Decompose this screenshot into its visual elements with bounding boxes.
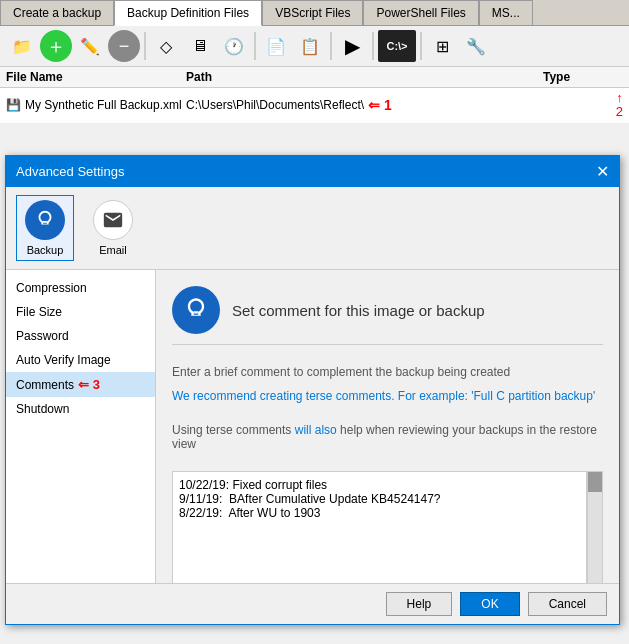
grid-button[interactable]: ⊞ <box>426 30 458 62</box>
modal-sidebar: Compression File Size Password Auto Veri… <box>6 270 156 583</box>
info-text-3: Using terse comments will also help when… <box>172 423 603 451</box>
modal-body: Backup Email Compression File Size Passw… <box>6 187 619 624</box>
modal-content-area: Compression File Size Password Auto Veri… <box>6 270 619 583</box>
type-annotation-arrow: ↑ 2 <box>616 91 623 120</box>
toolbar-separator-4 <box>372 32 374 60</box>
pages-add-button[interactable]: 📄 <box>260 30 292 62</box>
tab-create-backup[interactable]: Create a backup <box>0 0 114 25</box>
comment-textarea[interactable] <box>172 471 587 583</box>
file-name-cell: 💾 My Synthetic Full Backup.xml <box>6 98 186 112</box>
tab-bar: Create a backup Backup Definition Files … <box>0 0 629 26</box>
info-text-1: Enter a brief comment to complement the … <box>172 365 603 379</box>
textarea-wrapper <box>172 471 603 583</box>
comments-annotation-arrow: ⇐ 3 <box>78 377 100 392</box>
tab-backup-definition-files[interactable]: Backup Definition Files <box>114 0 262 26</box>
backup-tab-label: Backup <box>27 244 64 256</box>
sidebar-item-file-size[interactable]: File Size <box>6 300 155 324</box>
file-list-row[interactable]: 💾 My Synthetic Full Backup.xml C:\Users\… <box>0 88 629 124</box>
file-name-text: My Synthetic Full Backup.xml <box>25 98 182 112</box>
toolbar-separator-1 <box>144 32 146 60</box>
add-button[interactable]: ＋ <box>40 30 72 62</box>
toolbar: 📁 ＋ ✏️ − ◇ 🖥 🕐 📄 📋 ▶ C:\> ⊞ 🔧 <box>0 26 629 67</box>
file-type-cell: ↑ 2 <box>543 91 623 120</box>
file-disk-icon: 💾 <box>6 98 21 112</box>
modal-title-bar: Advanced Settings ✕ <box>6 156 619 187</box>
scrollbar[interactable] <box>587 471 603 583</box>
folder-open-button[interactable]: 📁 <box>6 30 38 62</box>
sidebar-item-shutdown[interactable]: Shutdown <box>6 397 155 421</box>
wrench-button[interactable]: 🔧 <box>460 30 492 62</box>
toolbar-separator-5 <box>420 32 422 60</box>
advanced-settings-modal: Advanced Settings ✕ Backup Email <box>5 155 620 625</box>
arrow-right-button[interactable]: ▶ <box>336 30 368 62</box>
col-header-type: Type <box>543 70 623 84</box>
modal-title: Advanced Settings <box>16 164 124 179</box>
modal-right-header-title: Set comment for this image or backup <box>232 302 485 319</box>
path-annotation-arrow: ⇐ 1 <box>368 97 392 113</box>
code-button[interactable]: ◇ <box>150 30 182 62</box>
info-text-2: We recommend creating terse comments. Fo… <box>172 389 603 403</box>
file-list-header: File Name Path Type <box>0 67 629 88</box>
modal-footer: Help OK Cancel <box>6 583 619 624</box>
toolbar-separator-3 <box>330 32 332 60</box>
modal-icon-tabs: Backup Email <box>6 187 619 270</box>
modal-close-button[interactable]: ✕ <box>596 162 609 181</box>
tab-ms[interactable]: MS... <box>479 0 533 25</box>
sidebar-item-password[interactable]: Password <box>6 324 155 348</box>
toolbar-separator-2 <box>254 32 256 60</box>
computer-button[interactable]: 🖥 <box>184 30 216 62</box>
edit-button[interactable]: ✏️ <box>74 30 106 62</box>
cancel-button[interactable]: Cancel <box>528 592 607 616</box>
tab-powershell-files[interactable]: PowerShell Files <box>363 0 478 25</box>
ok-button[interactable]: OK <box>460 592 519 616</box>
cmd-button[interactable]: C:\> <box>378 30 416 62</box>
sidebar-item-comments[interactable]: Comments ⇐ 3 <box>6 372 155 397</box>
sidebar-item-compression[interactable]: Compression <box>6 276 155 300</box>
modal-right-header-icon <box>172 286 220 334</box>
schedule-button[interactable]: 🕐 <box>218 30 250 62</box>
modal-right-header: Set comment for this image or backup <box>172 286 603 345</box>
modal-right-panel: Set comment for this image or backup Ent… <box>156 270 619 583</box>
pages-button[interactable]: 📋 <box>294 30 326 62</box>
remove-button[interactable]: − <box>108 30 140 62</box>
col-header-name: File Name <box>6 70 186 84</box>
file-path-cell: C:\Users\Phil\Documents\Reflect\ ⇐ 1 <box>186 97 543 113</box>
modal-tab-backup[interactable]: Backup <box>16 195 74 261</box>
email-tab-label: Email <box>99 244 127 256</box>
file-path-text: C:\Users\Phil\Documents\Reflect\ <box>186 98 364 112</box>
sidebar-item-auto-verify-image[interactable]: Auto Verify Image <box>6 348 155 372</box>
col-header-path: Path <box>186 70 543 84</box>
modal-tab-email[interactable]: Email <box>84 195 142 261</box>
tab-vbscript-files[interactable]: VBScript Files <box>262 0 363 25</box>
backup-tab-icon <box>25 200 65 240</box>
help-button[interactable]: Help <box>386 592 453 616</box>
email-tab-icon <box>93 200 133 240</box>
scrollbar-thumb <box>588 472 602 492</box>
